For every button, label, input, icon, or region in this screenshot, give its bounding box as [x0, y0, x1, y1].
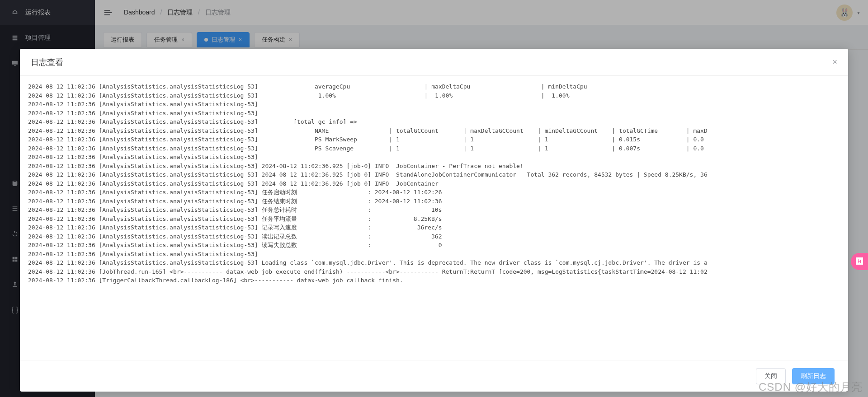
log-output[interactable]: 2024-08-12 11:02:36 [AnalysisStatistics.…: [28, 82, 840, 349]
close-icon[interactable]: ×: [832, 57, 837, 67]
modal-body: 2024-08-12 11:02:36 [AnalysisStatistics.…: [20, 76, 848, 360]
modal-title: 日志查看: [31, 57, 63, 68]
modal-header: 日志查看 ×: [20, 49, 848, 76]
close-button[interactable]: 关闭: [756, 368, 786, 384]
modal-footer: 关闭 刷新日志: [20, 360, 848, 392]
refresh-log-button[interactable]: 刷新日志: [792, 368, 835, 384]
log-view-modal: 日志查看 × 2024-08-12 11:02:36 [AnalysisStat…: [20, 49, 848, 392]
assist-badge[interactable]: 🅰: [851, 253, 868, 270]
